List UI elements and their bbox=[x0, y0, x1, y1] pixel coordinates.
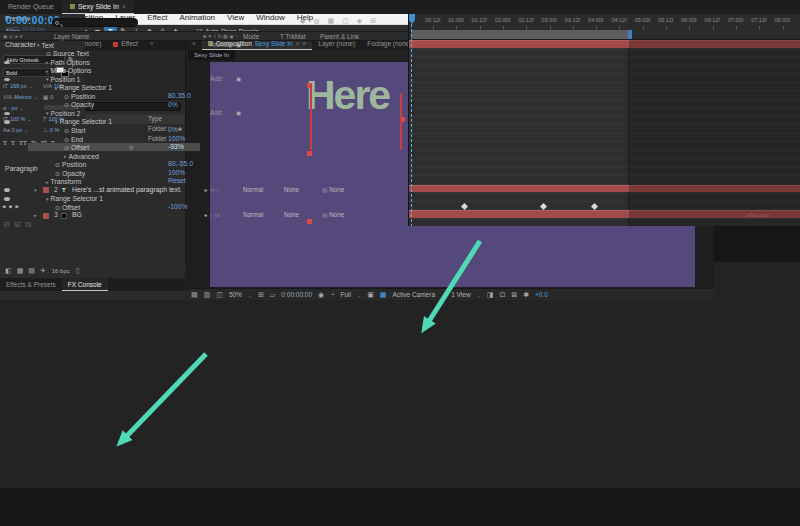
property-row[interactable]: ▸Advanced bbox=[0, 152, 408, 161]
property-row[interactable]: ⊙Source Text bbox=[0, 50, 408, 59]
twirl-icon[interactable]: ▾ bbox=[37, 42, 40, 48]
column-trkmat[interactable]: T TrkMat bbox=[280, 32, 306, 41]
animator-add-icon[interactable]: ◉ bbox=[236, 109, 241, 118]
timeline-icon[interactable]: ⊠ bbox=[511, 291, 517, 299]
visibility-eye-icon[interactable] bbox=[4, 188, 10, 192]
property-row[interactable]: ▸More Options bbox=[0, 67, 408, 76]
footer-icon[interactable]: ▦ bbox=[17, 267, 24, 275]
property-row[interactable]: ⊙Offset◇-93% bbox=[0, 143, 408, 152]
trash-icon[interactable]: ▯ bbox=[76, 267, 80, 275]
layer-row[interactable]: ▸3BG♣ ∕ fxNormalNone◎ None bbox=[0, 211, 408, 220]
playhead-handle[interactable] bbox=[409, 14, 415, 20]
visibility-eye-icon[interactable] bbox=[4, 112, 10, 116]
resolution[interactable]: Full bbox=[340, 291, 350, 298]
twirl-icon[interactable]: ▾ bbox=[46, 196, 49, 202]
tab-render-queue[interactable]: Render Queue bbox=[0, 0, 62, 14]
animator-add-icon[interactable]: ◉ bbox=[236, 75, 241, 84]
monitor-icon[interactable]: ▤ bbox=[191, 291, 198, 299]
shy-icon[interactable]: ▦ bbox=[328, 17, 335, 25]
frame-blending-icon[interactable]: ◫ bbox=[342, 17, 349, 25]
twirl-icon[interactable]: ▾ bbox=[46, 76, 49, 82]
property-value[interactable]: Reset bbox=[168, 177, 186, 186]
stopwatch-icon[interactable]: ⊙ bbox=[55, 170, 60, 177]
layer-duration-bar[interactable] bbox=[409, 40, 800, 48]
blend-mode-select[interactable]: Normal bbox=[243, 211, 263, 220]
property-value[interactable]: 0% bbox=[168, 126, 178, 135]
view-layout[interactable]: 1 View bbox=[451, 291, 470, 298]
preview-timecode[interactable]: 0:00:00:00 bbox=[281, 291, 312, 298]
timeline-search-input[interactable] bbox=[52, 18, 138, 27]
twirl-icon[interactable]: ▾ bbox=[34, 186, 37, 195]
channels-icon[interactable]: ◔ bbox=[330, 291, 334, 298]
property-value[interactable]: 100% bbox=[168, 169, 185, 178]
property-row[interactable]: ⊙Position80,-55.0 bbox=[0, 160, 408, 169]
footer-icon[interactable]: ✈ bbox=[40, 267, 46, 275]
camera-view[interactable]: Active Camera bbox=[392, 291, 435, 298]
twirl-icon[interactable]: ▸ bbox=[46, 179, 49, 185]
property-row[interactable]: ▾Range Selector 1 bbox=[0, 194, 408, 203]
keyframe-navigator[interactable]: ◀ ◆ ▶ bbox=[2, 203, 20, 212]
stopwatch-icon[interactable]: ⊙ bbox=[64, 127, 69, 134]
footer-icon[interactable]: ◧ bbox=[5, 267, 12, 275]
property-row[interactable]: ⊙Opacity0% bbox=[0, 101, 408, 110]
layer-duration-bar[interactable] bbox=[409, 210, 800, 218]
twirl-icon[interactable]: ▸ bbox=[64, 153, 67, 159]
twirl-icon[interactable]: ▸ bbox=[34, 211, 37, 220]
snapshot-icon[interactable]: ◉ bbox=[318, 291, 324, 299]
pixel-aspect-icon[interactable]: ◨ bbox=[487, 291, 494, 299]
pane-toggle-icon[interactable]: ◰ bbox=[4, 220, 10, 227]
work-area-end-handle[interactable] bbox=[628, 30, 632, 39]
layer-switches[interactable]: ♣ ◇ ∕ bbox=[204, 186, 220, 195]
property-value[interactable]: -100% bbox=[168, 203, 188, 212]
stopwatch-icon[interactable]: ⊙ bbox=[64, 136, 69, 143]
comp-mini-flowchart-icon[interactable]: ◆ bbox=[300, 17, 305, 25]
time-ruler[interactable]: 00:12f01:00f01:12f02:00f02:12f03:00f03:1… bbox=[409, 14, 800, 40]
stopwatch-icon[interactable]: ⊙ bbox=[64, 101, 69, 108]
trkmat-select[interactable]: None bbox=[284, 186, 299, 195]
property-row[interactable]: ⊙Opacity100% bbox=[0, 169, 408, 178]
draft-3d-icon[interactable]: ◍ bbox=[313, 17, 319, 25]
zoom-level[interactable]: 50% bbox=[229, 291, 242, 298]
twirl-icon[interactable]: ▾ bbox=[55, 119, 58, 125]
property-row[interactable]: ▾Position 2Add:◉ bbox=[0, 109, 408, 118]
property-row[interactable]: ▾Range Selector 1 bbox=[0, 118, 408, 127]
stopwatch-icon[interactable]: ⊙ bbox=[55, 204, 60, 211]
property-row[interactable]: ⊙Position80,35.0 bbox=[0, 92, 408, 101]
visibility-eye-icon[interactable] bbox=[4, 197, 10, 201]
grid-guides-icon[interactable]: ⊞ bbox=[258, 291, 264, 299]
property-value[interactable]: -93% bbox=[168, 143, 184, 152]
visibility-eye-icon[interactable] bbox=[4, 78, 10, 82]
add-keyframe-icon[interactable]: ◇ bbox=[129, 143, 133, 152]
property-value[interactable]: 80,-55.0 bbox=[168, 160, 193, 169]
parent-link-select[interactable]: ◎ None bbox=[322, 211, 344, 220]
property-row[interactable]: ▸TransformReset bbox=[0, 177, 408, 186]
property-row[interactable]: ◀ ◆ ▶⊙Offset-100% bbox=[0, 203, 408, 212]
mask-visibility-icon[interactable]: ▱ bbox=[270, 291, 275, 299]
property-row[interactable]: ⊙End100% bbox=[0, 135, 408, 144]
animator-add-icon[interactable]: ◉ bbox=[236, 41, 241, 50]
region-of-interest-icon[interactable]: ▣ bbox=[367, 291, 374, 299]
stopwatch-icon[interactable]: ⊙ bbox=[46, 50, 51, 57]
blend-mode-select[interactable]: Normal bbox=[243, 186, 263, 195]
property-value[interactable]: 0% bbox=[168, 101, 178, 110]
layer-color-chip[interactable] bbox=[43, 187, 49, 193]
layer-name[interactable]: Here's ...st animated paragraph text. bbox=[72, 186, 182, 195]
property-row[interactable]: ⊙Start0% bbox=[0, 126, 408, 135]
column-mode[interactable]: Mode bbox=[243, 32, 259, 41]
stopwatch-icon[interactable]: ⊙ bbox=[64, 144, 69, 151]
layer-duration-bar[interactable] bbox=[409, 185, 800, 193]
visibility-eye-icon[interactable] bbox=[4, 61, 10, 65]
property-value[interactable]: 80,35.0 bbox=[168, 92, 191, 101]
playhead[interactable] bbox=[411, 14, 412, 226]
monitor3-icon[interactable]: ◫ bbox=[216, 291, 223, 299]
close-icon[interactable]: × bbox=[122, 0, 126, 14]
twirl-icon[interactable]: ▾ bbox=[46, 110, 49, 116]
graph-editor-icon[interactable]: ⊞ bbox=[370, 17, 376, 25]
layer-switches[interactable]: ♣ ∕ fx bbox=[204, 211, 221, 220]
bit-depth[interactable]: 16 bpc bbox=[52, 268, 70, 274]
pane-toggle-icon[interactable]: ◱ bbox=[15, 220, 21, 227]
property-row[interactable]: ▸Range Selector 1 bbox=[0, 84, 408, 93]
fast-previews-icon[interactable]: ⊡ bbox=[499, 291, 505, 299]
layer-row[interactable]: ▾2THere's ...st animated paragraph text.… bbox=[0, 186, 408, 195]
pane-toggle-icon[interactable]: ◳ bbox=[25, 220, 31, 227]
